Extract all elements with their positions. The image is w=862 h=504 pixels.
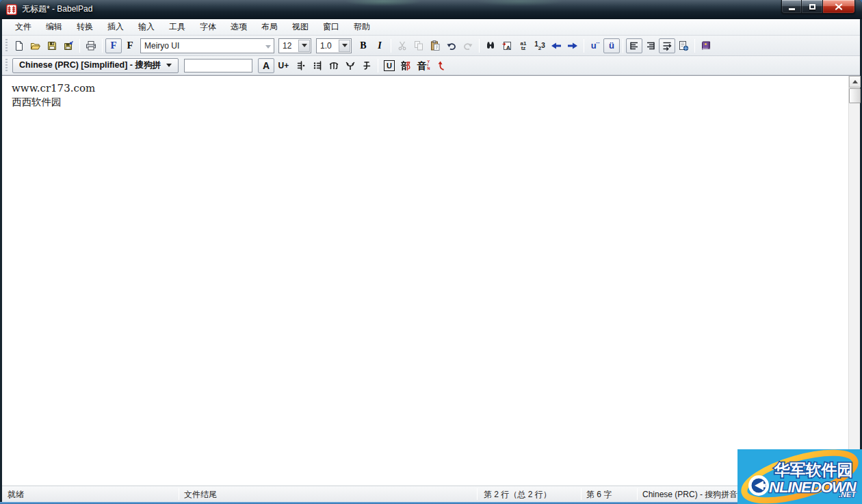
u-diaeresis-button[interactable]: ü [603,38,620,53]
text-line: www.cr173.com [12,82,860,95]
menu-insert[interactable]: 插入 [105,20,126,34]
menu-font[interactable]: 字体 [198,20,218,34]
chevron-down-icon [166,64,172,67]
script-glyph-5-icon [361,60,372,71]
find-button[interactable] [482,38,499,53]
bold-button[interactable]: B [355,38,371,53]
line-spacing-dropdown-button[interactable] [339,40,350,52]
vertical-scrollbar[interactable] [848,76,860,486]
cut-button[interactable] [394,38,410,53]
plain-font-toggle[interactable]: F [122,38,138,53]
find-character-button[interactable]: A [499,38,515,53]
font-family-combo[interactable]: Meiryo UI [140,38,274,53]
menu-edit[interactable]: 编辑 [44,20,64,34]
toolbar-separator [694,39,695,53]
toolbar-separator [623,39,623,53]
title-bar: 无标题* - BabelPad [0,0,862,19]
ascii-mode-toggle[interactable]: A [258,58,274,73]
menu-options[interactable]: 选项 [228,20,249,34]
previous-button[interactable] [548,38,564,53]
toolbar-separator [102,39,103,53]
codepoint-mode-button[interactable]: U+ [274,58,293,73]
svg-text:A: A [506,44,510,50]
toolbar-separator [378,59,378,72]
text-direction-rtl-button[interactable] [642,38,659,53]
maximize-icon [809,4,815,10]
italic-button[interactable]: I [371,38,388,53]
pinyin-lookup-button[interactable]: 音 YIN [414,58,433,73]
ime-convert-button[interactable] [433,58,449,73]
toolbar-grip[interactable] [4,59,10,72]
right-arrow-icon [567,40,578,51]
word-wrap-icon [662,40,672,51]
menu-help[interactable]: 帮助 [352,20,372,34]
editor-area[interactable]: www.cr173.com 西西软件园 [2,75,860,486]
menu-layout[interactable]: 布局 [259,20,280,34]
ime-selector-dropdown[interactable]: Chinese (PRC) [Simplified] - 搜狗拼 [12,58,179,73]
scrollbar-up-button[interactable] [849,76,861,88]
menu-convert[interactable]: 转换 [75,20,95,34]
watermark-logo: 华军软件园 NLINEDOWN .NET [737,449,862,504]
toolbar-grip[interactable] [4,39,10,53]
character-properties-button[interactable] [675,38,692,53]
menu-file[interactable]: 文件 [13,20,34,34]
status-ready: 就绪 [8,489,24,501]
chevron-down-icon [265,45,271,49]
menu-input[interactable]: 输入 [136,20,157,34]
open-button[interactable] [27,38,44,53]
close-button[interactable] [822,0,855,14]
print-button[interactable] [83,38,99,53]
redo-button[interactable] [460,38,476,53]
toolbar-separator [391,39,391,53]
font-size-combo[interactable]: 12 [278,38,311,53]
maximize-button[interactable] [802,0,822,14]
blue-f-icon: F [110,40,116,51]
radical-lookup-button[interactable]: 部 [397,58,414,73]
book-icon [701,40,711,51]
case-convert-icon: a1tz [521,41,527,51]
menu-window[interactable]: 窗口 [321,20,341,34]
script-glyph-2-icon [312,60,323,71]
line-spacing-combo[interactable]: 1.0 [316,38,352,53]
redo-icon [462,40,473,51]
conversion-tool-4-button[interactable] [342,58,358,73]
unicode-u-icon: U [384,60,395,71]
next-button[interactable] [564,38,581,53]
word-wrap-toggle[interactable] [659,38,675,53]
triangle-up-icon [852,80,858,83]
menu-view[interactable]: 视图 [290,20,311,34]
scrollbar-thumb[interactable] [849,88,861,103]
font-size-dropdown-button[interactable] [298,40,310,52]
minimize-button[interactable] [781,0,802,14]
help-book-button[interactable] [698,38,714,53]
digit-convert-icon: 123 [534,42,545,49]
new-button[interactable] [11,38,27,53]
save-button[interactable] [44,38,60,53]
pinyin-icon: 音 YIN [417,60,430,70]
ascii-mode-icon: A [263,60,270,71]
status-divider [477,488,478,500]
menu-tools[interactable]: 工具 [167,20,187,34]
conversion-tool-1-button[interactable] [293,58,309,73]
save-as-icon [63,40,74,51]
copy-button[interactable] [410,38,427,53]
save-as-button[interactable] [60,38,77,53]
unicode-block-button[interactable]: U [381,58,397,73]
undo-button[interactable] [443,38,460,53]
case-convert-button[interactable]: a1tz [515,38,532,53]
status-char-info: 第 6 字 [586,489,612,501]
character-search-input[interactable] [184,59,252,72]
digit-convert-button[interactable]: 123 [532,38,548,53]
status-file-position: 文件结尾 [184,489,217,501]
render-fonts-toggle[interactable]: F [105,38,122,53]
open-folder-icon [30,40,41,51]
u-diaeresis-split-button[interactable]: u¨ [587,38,603,53]
left-arrow-icon [551,40,562,51]
conversion-tool-5-button[interactable] [358,58,375,73]
conversion-tool-2-button[interactable] [309,58,326,73]
conversion-tool-3-button[interactable] [326,58,342,73]
paste-button[interactable] [427,38,443,53]
text-direction-ltr-button[interactable] [626,38,642,53]
watermark-site-name: 华军软件园 [774,461,853,479]
main-toolbar: F F Meiryo UI 12 1.0 B I [2,36,860,56]
